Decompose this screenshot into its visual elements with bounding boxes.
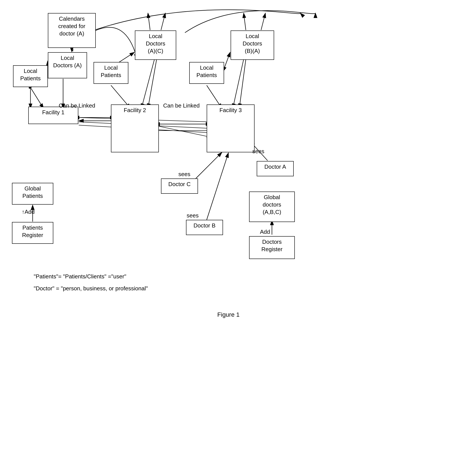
local-doctors-a-box: Local Doctors (A) bbox=[48, 52, 87, 78]
global-doctors-box: Globaldoctors(A,B,C) bbox=[249, 191, 295, 222]
add-patients-label: ↑Add bbox=[22, 208, 34, 215]
svg-line-17 bbox=[148, 59, 157, 108]
patients-register-box: PatientsRegister bbox=[12, 222, 53, 244]
local-patients-1-box: LocalPatients bbox=[13, 65, 48, 87]
add-doctors-label: Add bbox=[260, 229, 270, 235]
svg-line-18 bbox=[225, 52, 230, 68]
sees-3-label: sees bbox=[187, 212, 199, 219]
svg-line-22 bbox=[233, 59, 244, 108]
figure-label: Figure 1 bbox=[196, 311, 261, 318]
local-doctors-ba-box: LocalDoctors(B)(A) bbox=[231, 31, 274, 60]
svg-line-35 bbox=[31, 87, 44, 108]
doctor-c-box: Doctor C bbox=[161, 178, 198, 194]
svg-line-20 bbox=[244, 13, 246, 30]
facility-2-box: Facility 2 bbox=[111, 104, 159, 152]
doctor-b-box: Doctor B bbox=[186, 220, 223, 235]
calendars-box: Calendars created for doctor (A) bbox=[48, 13, 96, 48]
svg-line-30 bbox=[159, 126, 211, 137]
sees-2-label: sees bbox=[252, 148, 264, 155]
svg-line-21 bbox=[261, 13, 265, 30]
facility-1-box: Facility 1 bbox=[28, 107, 78, 124]
facility-3-box: Facility 3 bbox=[207, 104, 255, 152]
svg-line-16 bbox=[141, 59, 154, 108]
local-doctors-ac-box: LocalDoctors(A)(C) bbox=[135, 31, 176, 60]
svg-line-15 bbox=[161, 13, 165, 30]
svg-line-26 bbox=[196, 152, 222, 178]
local-patients-3-box: LocalPatients bbox=[189, 62, 224, 84]
svg-line-28 bbox=[207, 153, 228, 220]
local-patients-2-box: LocalPatients bbox=[94, 62, 128, 84]
sees-1-label: sees bbox=[179, 171, 190, 178]
note-2: "Doctor" = "person, business, or profess… bbox=[34, 285, 148, 292]
doctor-a-box: Doctor A bbox=[257, 161, 294, 176]
diagram: ★ bbox=[0, 0, 471, 476]
doctors-register-box: DoctorsRegister bbox=[249, 236, 295, 259]
svg-text:★: ★ bbox=[70, 48, 74, 52]
can-be-linked-1-label: Can be Linked bbox=[59, 102, 95, 109]
global-patients-box: GlobalPatients bbox=[12, 183, 53, 204]
svg-line-14 bbox=[148, 13, 150, 30]
can-be-linked-2-label: Can be Linked bbox=[163, 102, 200, 109]
note-1: "Patients"= "Patients/Clients" ="user" bbox=[34, 273, 126, 280]
svg-line-23 bbox=[239, 59, 246, 108]
